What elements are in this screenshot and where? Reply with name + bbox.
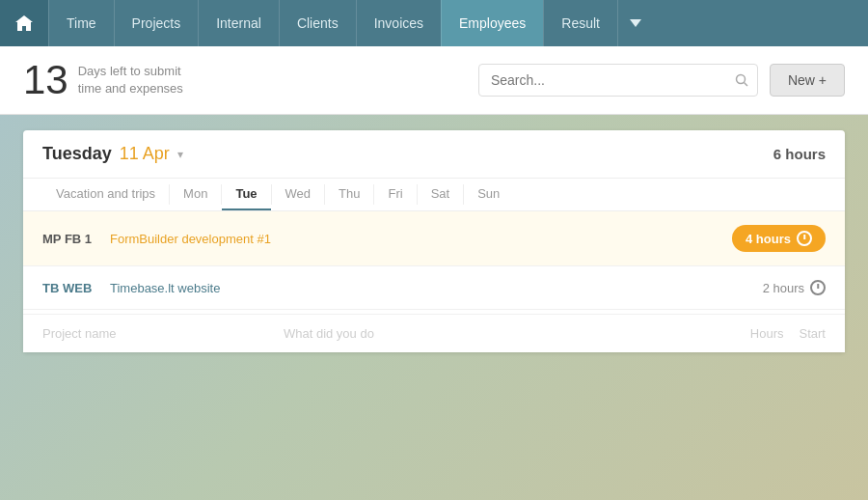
project-name-placeholder[interactable]: Project name [42,326,268,341]
search-input[interactable] [478,64,758,97]
new-button[interactable]: New + [770,64,845,97]
tab-wed[interactable]: Wed [272,179,325,210]
main-content: Tuesday 11 Apr ▾ 6 hours Vacation and tr… [0,115,868,368]
tab-tue[interactable]: Tue [222,179,270,210]
nav-item-invoices[interactable]: Invoices [356,0,441,46]
entry-code-1: MP FB 1 [42,232,110,246]
nav-item-clients[interactable]: Clients [279,0,356,46]
panel-day: Tuesday [42,144,112,164]
tab-fri[interactable]: Fri [374,179,416,210]
svg-point-0 [736,75,745,84]
nav-item-internal[interactable]: Internal [198,0,279,46]
navbar: Time Projects Internal Clients Invoices … [0,0,868,46]
panel-title: Tuesday 11 Apr ▾ [42,144,183,164]
panel-header: Tuesday 11 Apr ▾ 6 hours [23,130,845,179]
search-icon [735,73,748,87]
chevron-down-icon [630,19,641,27]
nav-item-time[interactable]: Time [48,0,114,46]
tab-sun[interactable]: Sun [464,179,513,210]
panel-total-hours: 6 hours [773,146,826,162]
entry-hours-button-1[interactable]: 4 hours [732,225,826,252]
date-picker-arrow[interactable]: ▾ [177,148,183,161]
search-box [478,64,758,97]
time-entry-2: TB WEB Timebase.lt website 2 hours [23,266,845,310]
timesheet-panel: Tuesday 11 Apr ▾ 6 hours Vacation and tr… [23,130,845,352]
entry-hours-2: 2 hours [763,280,826,295]
start-placeholder[interactable]: Start [800,326,826,341]
entry-desc-1: FormBuilder development #1 [110,232,732,246]
bottom-input-row: Project name What did you do Hours Start [23,314,845,352]
nav-item-employees[interactable]: Employees [441,0,543,46]
inactive-clock-icon [810,280,826,295]
tab-mon[interactable]: Mon [170,179,221,210]
days-number: 13 [23,60,68,100]
entry-code-2: TB WEB [42,281,110,295]
panel-date: 11 Apr [120,144,170,164]
home-nav-item[interactable] [0,0,48,46]
tab-vacation[interactable]: Vacation and trips [42,179,169,210]
nav-more-dropdown[interactable] [617,0,653,46]
day-tabs: Vacation and trips Mon Tue Wed Thu [23,179,845,211]
entry-desc-2: Timebase.lt website [110,281,763,295]
days-text: Days left to submit time and expenses [78,63,194,97]
header-actions: New + [478,64,845,97]
nav-item-result[interactable]: Result [543,0,617,46]
nav-item-projects[interactable]: Projects [114,0,199,46]
days-left-indicator: 13 Days left to submit time and expenses [23,60,194,100]
task-placeholder[interactable]: What did you do [284,326,735,341]
header-bar: 13 Days left to submit time and expenses… [0,46,868,115]
svg-line-1 [744,83,747,87]
time-entry-1: MP FB 1 FormBuilder development #1 4 hou… [23,211,845,266]
tab-sat[interactable]: Sat [418,179,464,210]
home-icon [15,15,33,31]
active-clock-icon [797,231,812,246]
tab-thu[interactable]: Thu [325,179,373,210]
hours-placeholder[interactable]: Hours [750,326,784,341]
